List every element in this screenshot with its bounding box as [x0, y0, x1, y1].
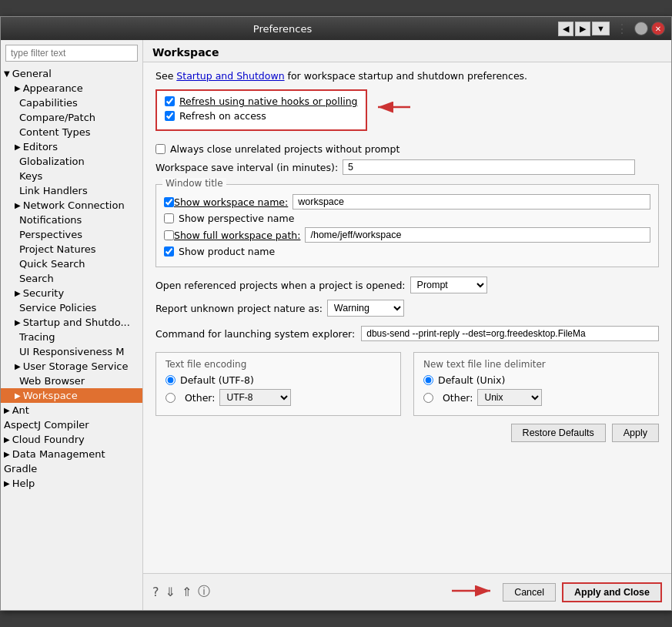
show-perspective-name-label: Show perspective name — [179, 213, 294, 224]
sidebar-item-label: Appearance — [23, 82, 83, 94]
sidebar-item-label: Gradle — [4, 463, 37, 474]
show-product-name-row: Show product name — [164, 246, 650, 257]
import-icon[interactable]: ⇓ — [165, 585, 176, 599]
sidebar-item-network-connection[interactable]: ▶ Network Connection — [1, 198, 142, 213]
sidebar-item-startup-shutdown[interactable]: ▶ Startup and Shutdo... — [1, 315, 142, 330]
main-content: ▼ General ▶ Appearance Capabilities Comp… — [1, 40, 671, 610]
refresh-access-checkbox[interactable] — [165, 111, 175, 121]
titlebar-controls: ◀ ▶ ▼ ⋮ ✕ — [558, 20, 665, 38]
info-icon[interactable]: ⓘ — [198, 584, 210, 600]
export-icon[interactable]: ⇑ — [182, 585, 192, 599]
other-encoding-label: Other: — [185, 392, 215, 404]
sidebar-item-workspace[interactable]: ▶ Workspace — [1, 388, 142, 403]
other-delimiter-radio[interactable] — [423, 393, 433, 403]
show-workspace-name-checkbox[interactable] — [164, 197, 174, 207]
default-utf8-radio[interactable] — [165, 375, 176, 385]
sidebar-item-label: Ant — [12, 404, 29, 416]
sidebar-item-capabilities[interactable]: Capabilities — [1, 96, 142, 110]
other-delimiter-row: Other: Unix Windows Mac OS 9 — [423, 389, 649, 406]
default-unix-radio[interactable] — [423, 375, 433, 385]
other-delimiter-select[interactable]: Unix Windows Mac OS 9 — [477, 389, 542, 406]
startup-shutdown-link[interactable]: Startup and Shutdown — [176, 70, 284, 82]
sidebar-item-gradle[interactable]: Gradle — [1, 461, 142, 476]
open-projects-select[interactable]: Prompt Always Never — [410, 277, 487, 293]
close-unrelated-row: Always close unrelated projects without … — [155, 143, 659, 155]
panel-description: See Startup and Shutdown for workspace s… — [155, 70, 659, 82]
sidebar-item-content-types[interactable]: Content Types — [1, 125, 142, 139]
back-button[interactable]: ◀ — [558, 22, 573, 36]
sidebar-item-label: Web Browser — [19, 375, 85, 387]
close-unrelated-label: Always close unrelated projects without … — [170, 143, 400, 155]
line-delimiter-box: New text file line delimiter Default (Un… — [413, 352, 659, 416]
apply-close-arrow — [450, 580, 496, 604]
window-title: Preferences — [7, 23, 558, 35]
expand-arrow: ▶ — [15, 84, 21, 92]
sidebar-item-label: Security — [23, 287, 64, 299]
sidebar-item-help[interactable]: ▶ Help — [1, 476, 142, 491]
expand-arrow: ▶ — [15, 318, 21, 327]
expand-arrow: ▶ — [4, 406, 10, 414]
sidebar-item-web-browser[interactable]: Web Browser — [1, 374, 142, 388]
sidebar-item-ant[interactable]: ▶ Ant — [1, 403, 142, 417]
sidebar-item-perspectives[interactable]: Perspectives — [1, 227, 142, 242]
expand-arrow: ▶ — [15, 289, 21, 297]
apply-button[interactable]: Apply — [612, 424, 659, 442]
report-nature-label: Report unknown project nature as: — [155, 303, 323, 314]
sidebar-item-label: Link Handlers — [19, 185, 88, 196]
bottom-right-area: Cancel Apply and Close — [450, 580, 662, 604]
sidebar-item-security[interactable]: ▶ Security — [1, 286, 142, 300]
other-encoding-radio[interactable] — [165, 393, 176, 403]
sidebar-item-quick-search[interactable]: Quick Search — [1, 256, 142, 271]
cancel-button[interactable]: Cancel — [503, 583, 556, 602]
help-icon[interactable]: ? — [152, 585, 159, 599]
minimize-button[interactable] — [634, 22, 648, 35]
workspace-name-input[interactable] — [293, 194, 650, 210]
refresh-native-checkbox[interactable] — [165, 96, 175, 106]
sidebar-item-label: Quick Search — [19, 258, 85, 270]
restore-defaults-button[interactable]: Restore Defaults — [511, 424, 606, 442]
other-delimiter-label: Other: — [443, 392, 473, 404]
forward-button[interactable]: ▶ — [575, 22, 590, 36]
sidebar-item-label: Startup and Shutdo... — [23, 317, 130, 328]
window-title-group: Window title Show workspace name: Show p… — [155, 184, 659, 267]
filter-input[interactable] — [5, 45, 138, 62]
show-perspective-name-checkbox[interactable] — [164, 213, 174, 223]
sidebar-item-general[interactable]: ▼ General — [1, 66, 142, 81]
close-button[interactable]: ✕ — [651, 22, 665, 35]
expand-arrow: ▶ — [4, 435, 10, 444]
sidebar-item-search[interactable]: Search — [1, 271, 142, 286]
apply-close-button[interactable]: Apply and Close — [562, 582, 662, 602]
sidebar-item-label: Capabilities — [19, 97, 78, 109]
down-button[interactable]: ▼ — [592, 22, 610, 35]
sidebar-item-editors[interactable]: ▶ Editors — [1, 139, 142, 154]
menu-button[interactable]: ⋮ — [613, 20, 631, 38]
show-product-name-checkbox[interactable] — [164, 246, 174, 256]
sidebar-item-project-natures[interactable]: Project Natures — [1, 242, 142, 256]
report-nature-select[interactable]: Warning Error Ignore — [327, 300, 404, 317]
full-path-input[interactable] — [305, 227, 650, 243]
window-title-group-label: Window title — [162, 178, 226, 189]
sidebar-item-user-storage[interactable]: ▶ User Storage Service — [1, 359, 142, 374]
sidebar-item-ui-responsiveness[interactable]: UI Responsiveness M — [1, 344, 142, 359]
show-full-path-row: Show full workspace path: — [164, 227, 650, 243]
expand-arrow: ▶ — [4, 479, 10, 488]
sidebar-item-aspectj[interactable]: AspectJ Compiler — [1, 417, 142, 432]
default-utf8-row: Default (UTF-8) — [165, 374, 391, 386]
show-full-path-checkbox[interactable] — [164, 230, 174, 240]
sidebar-item-keys[interactable]: Keys — [1, 169, 142, 183]
close-unrelated-checkbox[interactable] — [155, 144, 165, 154]
sidebar-item-compare-patch[interactable]: Compare/Patch — [1, 110, 142, 125]
save-interval-input[interactable] — [343, 159, 635, 175]
sidebar-item-link-handlers[interactable]: Link Handlers — [1, 183, 142, 198]
sidebar-item-appearance[interactable]: ▶ Appearance — [1, 81, 142, 96]
sidebar-item-notifications[interactable]: Notifications — [1, 213, 142, 227]
other-encoding-select[interactable]: UTF-8 UTF-16 ISO-8859-1 — [219, 389, 291, 406]
command-input[interactable] — [361, 326, 659, 341]
refresh-highlight-box: Refresh using native hooks or polling Re… — [155, 89, 367, 131]
sidebar-item-tracing[interactable]: Tracing — [1, 330, 142, 344]
sidebar-item-cloud-foundry[interactable]: ▶ Cloud Foundry — [1, 432, 142, 447]
sidebar-item-service-policies[interactable]: Service Policies — [1, 300, 142, 315]
report-nature-row: Report unknown project nature as: Warnin… — [155, 300, 659, 317]
sidebar-item-globalization[interactable]: Globalization — [1, 154, 142, 169]
sidebar-item-data-management[interactable]: ▶ Data Management — [1, 447, 142, 461]
